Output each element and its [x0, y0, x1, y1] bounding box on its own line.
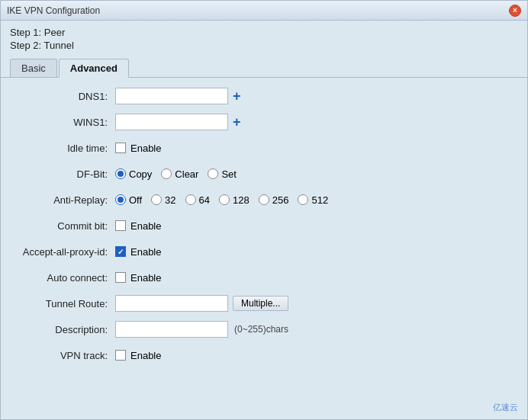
anti-replay-64-label: 64: [199, 194, 210, 206]
window-title: IKE VPN Configuration: [7, 5, 100, 16]
accept-all-proxy-label: Accept-all-proxy-id:: [16, 246, 115, 258]
df-bit-set-label: Set: [221, 168, 237, 180]
anti-replay-32-label: 32: [165, 194, 175, 206]
commit-bit-checkbox[interactable]: [115, 220, 126, 231]
df-bit-clear-label: Clear: [175, 168, 198, 180]
anti-replay-256-radio[interactable]: [259, 194, 269, 205]
wins1-row: WINS1: +: [16, 113, 512, 131]
anti-replay-128-label: 128: [233, 194, 250, 206]
wins1-add-button[interactable]: +: [233, 115, 241, 129]
auto-connect-enable[interactable]: Enable: [115, 272, 161, 284]
multiple-button[interactable]: Multiple...: [233, 296, 288, 311]
auto-connect-row: Auto connect: Enable: [16, 268, 512, 287]
commit-bit-enable[interactable]: Enable: [115, 220, 161, 232]
form-content: DNS1: + WINS1: + Idle time: Enable DF-Bi…: [1, 78, 527, 419]
df-bit-set-radio[interactable]: [208, 168, 218, 179]
df-bit-options: Copy Clear Set: [115, 168, 237, 180]
anti-replay-64[interactable]: 64: [185, 194, 210, 206]
df-bit-copy-label: Copy: [129, 168, 152, 180]
idle-time-enable[interactable]: Enable: [115, 143, 161, 154]
anti-replay-off-radio[interactable]: [115, 194, 126, 205]
df-bit-copy[interactable]: Copy: [115, 168, 152, 180]
description-row: Description: (0~255)chars: [16, 320, 512, 338]
auto-connect-label: Auto connect:: [16, 272, 115, 284]
df-bit-set[interactable]: Set: [208, 168, 237, 180]
tab-advanced[interactable]: Advanced: [59, 59, 129, 78]
df-bit-clear-radio[interactable]: [161, 168, 172, 179]
df-bit-row: DF-Bit: Copy Clear Set: [16, 165, 512, 183]
anti-replay-64-radio[interactable]: [185, 194, 196, 205]
anti-replay-512-label: 512: [311, 194, 328, 206]
idle-time-enable-label: Enable: [130, 143, 161, 154]
close-button[interactable]: ×: [509, 5, 521, 17]
description-label: Description:: [16, 324, 115, 335]
anti-replay-label: Anti-Replay:: [16, 194, 115, 206]
anti-replay-512[interactable]: 512: [298, 194, 328, 206]
anti-replay-off-label: Off: [129, 194, 142, 206]
wins1-input[interactable]: [115, 114, 228, 130]
idle-time-checkbox[interactable]: [115, 143, 126, 153]
anti-replay-256[interactable]: 256: [259, 194, 289, 206]
commit-bit-row: Commit bit: Enable: [16, 216, 512, 235]
commit-bit-enable-label: Enable: [130, 220, 161, 232]
watermark: 亿速云: [493, 402, 518, 413]
vpn-track-enable[interactable]: Enable: [115, 350, 161, 361]
title-bar: IKE VPN Configuration ×: [1, 1, 527, 21]
anti-replay-row: Anti-Replay: Off 32 64 128: [16, 191, 512, 209]
idle-time-label: Idle time:: [16, 143, 115, 154]
vpn-track-row: VPN track: Enable: [16, 346, 512, 364]
tab-bar: Basic Advanced: [1, 59, 527, 78]
auto-connect-enable-label: Enable: [130, 272, 161, 284]
vpn-track-label: VPN track:: [16, 350, 115, 361]
idle-time-row: Idle time: Enable: [16, 139, 512, 157]
commit-bit-label: Commit bit:: [16, 220, 115, 232]
df-bit-clear[interactable]: Clear: [161, 168, 198, 180]
tunnel-route-input[interactable]: [115, 295, 228, 312]
main-window: IKE VPN Configuration × Step 1: Peer Ste…: [0, 0, 528, 420]
tunnel-route-row: Tunnel Route: Multiple...: [16, 294, 512, 313]
auto-connect-checkbox[interactable]: [115, 272, 126, 283]
anti-replay-32[interactable]: 32: [151, 194, 175, 206]
accept-all-proxy-enable[interactable]: Enable: [115, 246, 161, 258]
accept-all-proxy-row: Accept-all-proxy-id: Enable: [16, 242, 512, 261]
description-input[interactable]: [115, 321, 228, 338]
wins1-label: WINS1:: [16, 117, 115, 128]
vpn-track-checkbox[interactable]: [115, 350, 126, 361]
dns1-input[interactable]: [115, 88, 228, 104]
vpn-track-enable-label: Enable: [130, 350, 161, 361]
dns1-row: DNS1: +: [16, 87, 512, 105]
dns1-add-button[interactable]: +: [233, 89, 241, 103]
step1-label: Step 1: Peer: [10, 27, 518, 38]
df-bit-label: DF-Bit:: [16, 168, 115, 180]
anti-replay-128[interactable]: 128: [219, 194, 250, 206]
anti-replay-32-radio[interactable]: [151, 194, 162, 205]
step2-label: Step 2: Tunnel: [10, 40, 518, 51]
anti-replay-128-radio[interactable]: [219, 194, 230, 205]
tunnel-route-label: Tunnel Route:: [16, 298, 115, 309]
description-hint: (0~255)chars: [234, 324, 288, 335]
tab-basic[interactable]: Basic: [10, 59, 57, 77]
anti-replay-256-label: 256: [272, 194, 289, 206]
anti-replay-options: Off 32 64 128 256: [115, 194, 328, 206]
anti-replay-off[interactable]: Off: [115, 194, 142, 206]
anti-replay-512-radio[interactable]: [298, 194, 308, 205]
df-bit-copy-radio[interactable]: [115, 168, 126, 179]
accept-all-proxy-enable-label: Enable: [130, 246, 161, 258]
accept-all-proxy-checkbox[interactable]: [115, 246, 126, 257]
dns1-label: DNS1:: [16, 91, 115, 102]
steps-section: Step 1: Peer Step 2: Tunnel: [1, 21, 527, 56]
